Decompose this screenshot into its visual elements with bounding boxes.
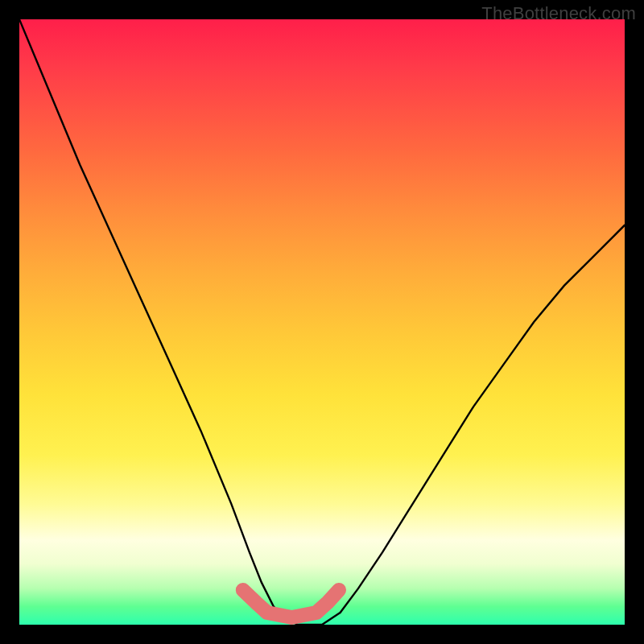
chart-svg [19, 19, 625, 625]
bottleneck-curve [19, 19, 625, 625]
flat-region-marker [243, 590, 339, 617]
chart-plot-area [19, 19, 625, 625]
watermark-text: TheBottleneck.com [481, 3, 636, 24]
